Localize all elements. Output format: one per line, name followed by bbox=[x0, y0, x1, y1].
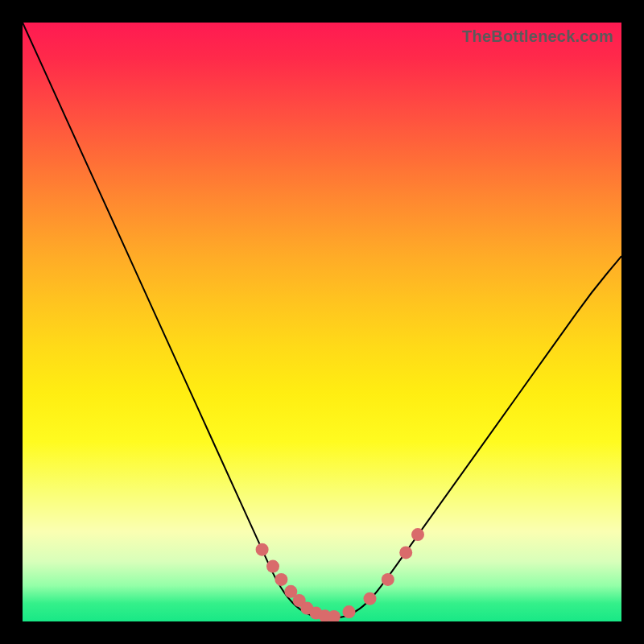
highlight-dot bbox=[364, 592, 377, 605]
highlight-dot bbox=[266, 560, 279, 573]
highlight-dot bbox=[343, 605, 356, 618]
curve-layer bbox=[23, 23, 621, 621]
highlight-dot bbox=[399, 546, 412, 559]
highlight-dots bbox=[256, 528, 424, 621]
highlight-dot bbox=[411, 528, 424, 541]
bottleneck-curve-path bbox=[23, 23, 621, 618]
plot-area: TheBottleneck.com bbox=[23, 23, 621, 621]
watermark-text: TheBottleneck.com bbox=[462, 27, 613, 46]
chart-frame: TheBottleneck.com bbox=[0, 0, 644, 644]
highlight-dot bbox=[275, 573, 287, 586]
bottleneck-curve bbox=[23, 23, 621, 618]
highlight-dot bbox=[256, 543, 269, 556]
highlight-dot bbox=[382, 573, 394, 586]
